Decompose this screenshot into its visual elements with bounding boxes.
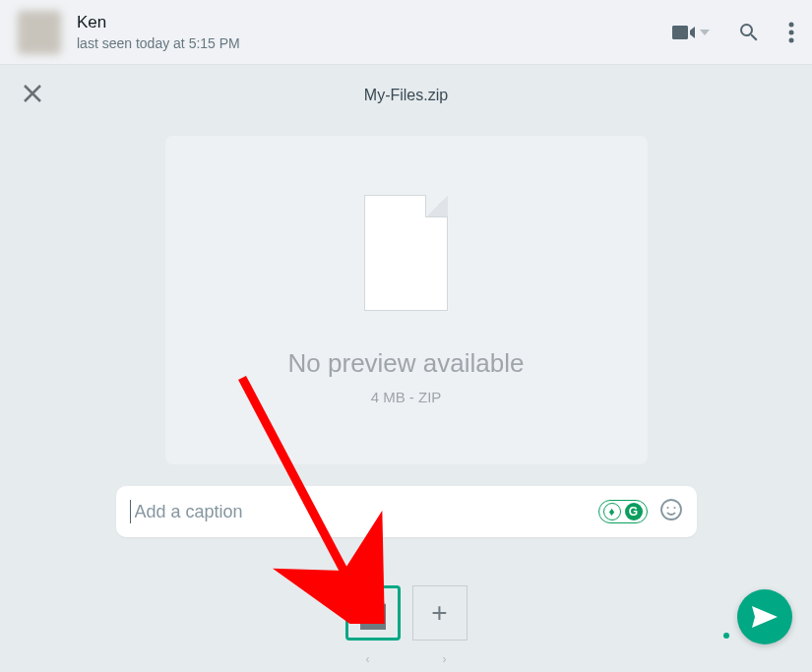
caption-bar: ♦ G	[116, 486, 697, 537]
menu-button[interactable]	[788, 22, 794, 43]
add-attachment-button[interactable]: +	[412, 585, 468, 641]
svg-point-5	[673, 507, 675, 509]
file-icon	[360, 596, 386, 630]
attachment-panel: My-Files.zip No preview available 4 MB -…	[0, 65, 812, 672]
chat-header: Ken last seen today at 5:15 PM	[0, 0, 812, 65]
send-button[interactable]	[737, 589, 792, 644]
video-icon	[672, 24, 696, 41]
video-call-button[interactable]	[672, 24, 710, 41]
smiley-icon	[659, 498, 683, 521]
nav-indicators: ‹›	[366, 652, 447, 666]
svg-point-4	[666, 507, 668, 509]
file-name: My-Files.zip	[0, 87, 812, 104]
search-button[interactable]	[737, 21, 761, 44]
send-icon	[752, 606, 778, 628]
svg-point-3	[661, 500, 681, 519]
contact-info[interactable]: Ken last seen today at 5:15 PM	[77, 13, 672, 50]
svg-point-1	[789, 30, 794, 34]
avatar[interactable]	[18, 11, 61, 54]
svg-point-2	[789, 37, 794, 42]
svg-point-0	[789, 22, 794, 27]
preview-card: No preview available 4 MB - ZIP	[165, 136, 648, 464]
emoji-button[interactable]	[659, 498, 683, 525]
kebab-menu-icon	[788, 22, 794, 43]
attachment-thumb[interactable]	[345, 585, 401, 641]
extension-badge[interactable]: ♦ G	[598, 500, 648, 523]
header-actions	[672, 21, 794, 44]
attachment-thumbnails: +	[345, 585, 468, 641]
search-icon	[737, 21, 761, 44]
status-dot	[723, 633, 729, 639]
contact-name: Ken	[77, 13, 672, 32]
document-icon	[364, 195, 448, 311]
badge-icon: G	[625, 503, 643, 520]
badge-icon: ♦	[603, 503, 621, 520]
file-meta: 4 MB - ZIP	[371, 389, 442, 405]
no-preview-text: No preview available	[288, 348, 525, 379]
chevron-down-icon	[700, 30, 710, 35]
plus-icon: +	[431, 597, 447, 629]
last-seen: last seen today at 5:15 PM	[77, 35, 672, 51]
caption-input[interactable]	[130, 500, 598, 523]
